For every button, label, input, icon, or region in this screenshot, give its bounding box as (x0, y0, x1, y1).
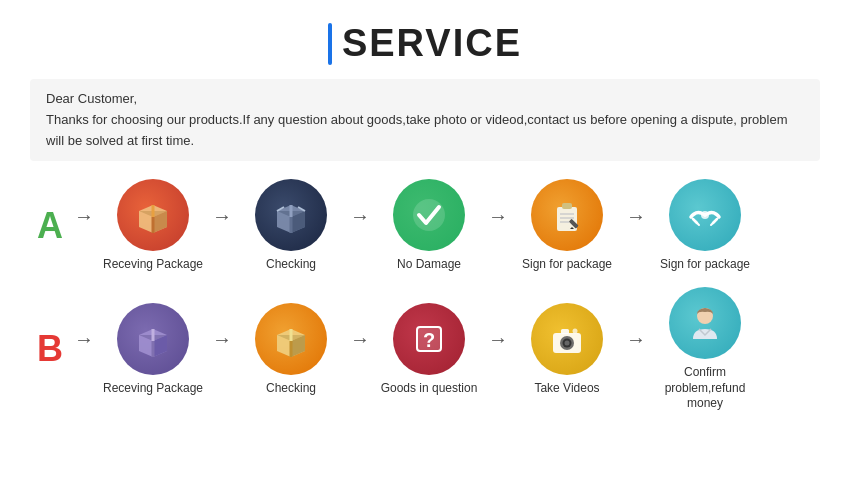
arrow-b-2: → (350, 328, 370, 371)
a-step-sign-package: Sign for package (512, 179, 622, 273)
a-icon-sign-package (531, 179, 603, 251)
row-b: B → Receving Package → Checking (30, 287, 820, 412)
b-camera-svg (545, 317, 589, 361)
svg-rect-14 (562, 203, 572, 209)
arrow-b-0: → (74, 328, 94, 371)
a-icon-receiving-package (117, 179, 189, 251)
a-handshake-svg (683, 193, 727, 237)
b-step-checking: Checking (236, 303, 346, 397)
notice-box: Dear Customer, Thanks for choosing our p… (30, 79, 820, 161)
b-icon-camera (531, 303, 603, 375)
a-icon-handshake (669, 179, 741, 251)
a-label-receiving-package: Receving Package (103, 257, 203, 273)
page-title: SERVICE (342, 22, 522, 65)
notice-line2: Thanks for choosing our products.If any … (46, 110, 804, 152)
b-icon-goods-question: ? (393, 303, 465, 375)
a-label-no-damage: No Damage (397, 257, 461, 273)
a-step-sign-package-2: Sign for package (650, 179, 760, 273)
arrow-b-4: → (626, 328, 646, 371)
arrow-a-1: → (212, 205, 232, 248)
row-a-label: A (30, 205, 70, 247)
a-step-no-damage: No Damage (374, 179, 484, 273)
b-label-confirm-refund: Confirm problem,refund money (650, 365, 760, 412)
a-label-sign-package-2: Sign for package (660, 257, 750, 273)
b-label-receiving-package: Receving Package (103, 381, 203, 397)
arrow-a-3: → (488, 205, 508, 248)
arrow-a-4: → (626, 205, 646, 248)
b-step-take-videos: Take Videos (512, 303, 622, 397)
arrow-a-2: → (350, 205, 370, 248)
arrow-a-0: → (74, 205, 94, 248)
a-icon-no-damage (393, 179, 465, 251)
b-icon-receiving-package (117, 303, 189, 375)
a-step-receiving-package: Receving Package (98, 179, 208, 273)
a-checkmark-svg (407, 193, 451, 237)
notice-line1: Dear Customer, (46, 89, 804, 110)
a-checking-svg (269, 193, 313, 237)
svg-point-38 (573, 328, 578, 333)
row-b-label: B (30, 328, 70, 370)
b-label-goods-question: Goods in question (381, 381, 478, 397)
a-receiving-svg (131, 193, 175, 237)
title-section: SERVICE (328, 22, 522, 65)
b-step-receiving-package: Receving Package (98, 303, 208, 397)
a-step-checking: Checking (236, 179, 346, 273)
a-clipboard-svg (545, 193, 589, 237)
b-checking-svg (269, 317, 313, 361)
arrow-b-1: → (212, 328, 232, 371)
b-receiving-svg (131, 317, 175, 361)
a-label-sign-package: Sign for package (522, 257, 612, 273)
a-label-checking: Checking (266, 257, 316, 273)
arrow-b-3: → (488, 328, 508, 371)
svg-point-20 (701, 211, 709, 219)
b-step-goods-question: ? Goods in question (374, 303, 484, 397)
b-icon-person (669, 287, 741, 359)
b-question-svg: ? (407, 317, 451, 361)
b-label-take-videos: Take Videos (534, 381, 599, 397)
svg-text:?: ? (423, 329, 435, 351)
b-person-svg (683, 301, 727, 345)
b-label-checking: Checking (266, 381, 316, 397)
b-icon-checking (255, 303, 327, 375)
b-step-confirm-refund: Confirm problem,refund money (650, 287, 760, 412)
svg-point-36 (565, 340, 570, 345)
title-bar (328, 23, 332, 65)
row-a: A → Receving Package → (30, 179, 820, 273)
a-icon-checking (255, 179, 327, 251)
svg-rect-13 (557, 207, 577, 231)
svg-rect-37 (561, 329, 569, 334)
